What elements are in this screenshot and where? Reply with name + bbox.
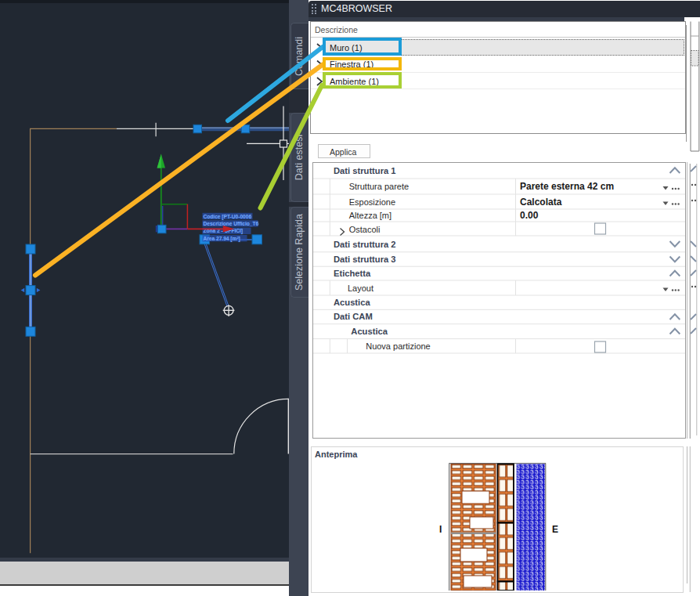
svg-text:Area 27.94 [m²]: Area 27.94 [m²]	[204, 236, 240, 242]
svg-text:Dati struttura 2: Dati struttura 2	[334, 240, 396, 249]
svg-text:Esposizione: Esposizione	[348, 197, 395, 207]
svg-text:Nuova partizione: Nuova partizione	[366, 341, 431, 351]
svg-text:Calcolata: Calcolata	[520, 197, 562, 208]
svg-text:Struttura parete: Struttura parete	[348, 182, 408, 191]
svg-text:Parete esterna 42 cm: Parete esterna 42 cm	[520, 181, 614, 192]
svg-text:Dati CAM: Dati CAM	[334, 312, 373, 321]
svg-text:0.00: 0.00	[520, 210, 539, 221]
svg-text:Codice [PT-U0-0006: Codice [PT-U0-0006	[204, 214, 252, 220]
svg-text:Ostacoli: Ostacoli	[348, 225, 380, 234]
svg-text:Descrizione Ufficio_T6: Descrizione Ufficio_T6	[204, 221, 259, 226]
svg-text:Dati struttura 1: Dati struttura 1	[334, 166, 396, 175]
svg-text:Acustica: Acustica	[334, 298, 370, 307]
svg-text:Layout: Layout	[348, 284, 373, 293]
svg-text:Dati struttura 3: Dati struttura 3	[334, 255, 396, 264]
svg-text:Acustica: Acustica	[351, 327, 388, 336]
svg-text:Etichetta: Etichetta	[334, 269, 371, 278]
svg-text:Altezza [m]: Altezza [m]	[348, 211, 391, 220]
